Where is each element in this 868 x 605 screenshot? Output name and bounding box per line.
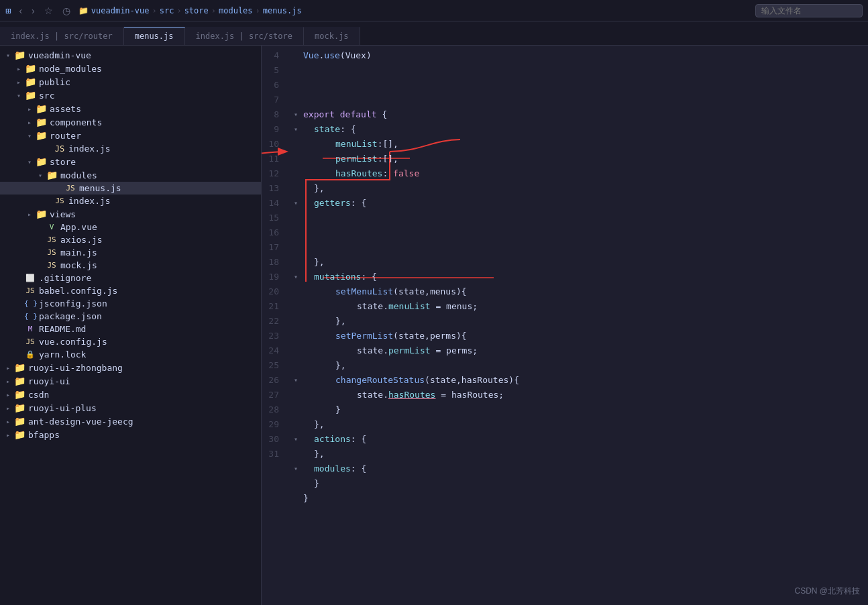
code-line-4: Vue.use(Vuex) [294, 48, 868, 63]
folder-icon: 📁 [13, 389, 25, 400]
sidebar-item-yarn-lock[interactable]: 🔒 yarn.lock [0, 348, 261, 361]
code-line-29: } [294, 476, 868, 491]
tab-router-index[interactable]: index.js | src/router [0, 27, 124, 45]
code-line-7: ▾ state: { [294, 122, 868, 137]
code-area: 45678 910111213 1415161718 1920212223 24… [262, 46, 868, 605]
code-line-13 [294, 211, 868, 255]
sidebar-item-csdn[interactable]: ▸ 📁 csdn [0, 388, 261, 401]
folder-icon: 📁 [24, 63, 36, 74]
sidebar-item-bfapps[interactable]: ▸ 📁 bfapps [0, 428, 261, 441]
sidebar-item-menus-js[interactable]: JS menus.js [0, 182, 261, 195]
tab-store-index[interactable]: index.js | src/store [185, 27, 305, 45]
file-js-icon: JS [64, 184, 76, 192]
folder-icon: 📁 [24, 76, 36, 87]
nav-forward[interactable]: › [29, 4, 38, 17]
folder-icon: 📁 [13, 429, 25, 440]
folder-icon: 📁 [35, 117, 47, 127]
sidebar-item-axios[interactable]: JS axios.js [0, 233, 261, 246]
folder-arrow-open: ▾ [24, 158, 35, 166]
sidebar-item-assets[interactable]: ▸ 📁 assets [0, 102, 261, 115]
folder-icon: 📁 [24, 90, 36, 101]
sidebar-item-store-index[interactable]: JS index.js [0, 195, 261, 207]
folder-arrow-closed: ▸ [24, 119, 35, 126]
file-lock-icon: 🔒 [24, 350, 36, 359]
sidebar-item-ruoyi-ui-plus[interactable]: ▸ 📁 ruoyi-ui-plus [0, 401, 261, 415]
sidebar-item-vueadmin-vue[interactable]: ▾ 📁 vueadmin-vue [0, 48, 261, 62]
tab-menus-js[interactable]: menus.js [124, 27, 185, 45]
file-js-icon: JS [46, 261, 58, 270]
code-line-31 [294, 506, 868, 550]
file-json-icon: { } [24, 299, 36, 308]
sidebar-item-router-index[interactable]: JS index.js [0, 142, 261, 155]
sidebar-item-public[interactable]: ▸ 📁 public [0, 75, 261, 89]
code-line-18: }, [294, 314, 868, 329]
sidebar-item-vue-config[interactable]: JS vue.config.js [0, 335, 261, 348]
folder-arrow-open: ▾ [35, 172, 46, 179]
file-js-icon: JS [24, 337, 36, 346]
folder-icon: 📁 [35, 103, 47, 114]
code-line-27: }, [294, 447, 868, 461]
sidebar-item-ant-design[interactable]: ▸ 📁 ant-design-vue-jeecg [0, 415, 261, 428]
folder-icon: 📁 [13, 402, 25, 413]
sidebar-item-ruoyi-ui-zhongbang[interactable]: ▸ 📁 ruoyi-ui-zhongbang [0, 361, 261, 374]
code-editor[interactable]: 45678 910111213 1415161718 1920212223 24… [262, 46, 868, 605]
sidebar-item-src[interactable]: ▾ 📁 src [0, 89, 261, 102]
code-line-11: }, [294, 181, 868, 196]
sidebar-item-babel-config[interactable]: JS babel.config.js [0, 284, 261, 297]
sidebar-item-main-js[interactable]: JS main.js [0, 246, 261, 259]
code-line-5 [294, 63, 868, 107]
nav-back[interactable]: ‹ [16, 4, 25, 17]
sidebar-item-modules[interactable]: ▾ 📁 modules [0, 168, 261, 182]
code-line-8: menuList:[], [294, 137, 868, 152]
code-line-10: hasRoutes: false [294, 166, 868, 181]
sidebar-item-store[interactable]: ▾ 📁 store [0, 155, 261, 168]
file-js-icon: JS [54, 144, 66, 154]
sidebar-item-jsconfig[interactable]: { } jsconfig.json [0, 297, 261, 310]
sidebar-item-package-json[interactable]: { } package.json [0, 310, 261, 323]
folder-icon: 📁 [46, 170, 58, 180]
sidebar-item-views[interactable]: ▸ 📁 views [0, 207, 261, 221]
titlebar: ⊞ ‹ › ☆ ◷ 📁 vueadmin-vue › src › store ›… [0, 0, 868, 21]
code-line-12: ▾ getters: { [294, 196, 868, 211]
code-line-6: ▾ export default { [294, 107, 868, 122]
sidebar-item-node-modules[interactable]: ▸ 📁 node_modules [0, 62, 261, 75]
watermark: CSDN @北芳科技 [794, 586, 860, 597]
sidebar-item-mock-js[interactable]: JS mock.js [0, 259, 261, 272]
sidebar-item-gitignore[interactable]: ⬜ .gitignore [0, 272, 261, 284]
code-line-14: }, [294, 255, 868, 270]
code-content: Vue.use(Vuex) ▾ export default { ▾ state… [286, 46, 868, 592]
file-explorer: ▾ 📁 vueadmin-vue ▸ 📁 node_modules ▸ 📁 pu… [0, 46, 262, 605]
sidebar-item-app-vue[interactable]: V App.vue [0, 221, 261, 233]
folder-arrow-closed: ▸ [13, 78, 24, 86]
file-js-icon: JS [54, 197, 66, 205]
file-js-icon: JS [24, 286, 36, 295]
file-ignore-icon: ⬜ [24, 274, 36, 282]
folder-arrow-closed: ▸ [24, 105, 35, 113]
folder-arrow-open: ▾ [24, 132, 35, 140]
code-line-24: } [294, 402, 868, 417]
folder-icon: 📁 [35, 209, 47, 219]
breadcrumb-folder-icon: 📁 [78, 6, 89, 15]
folder-icon: 📁 [13, 50, 25, 60]
main-layout: ▾ 📁 vueadmin-vue ▸ 📁 node_modules ▸ 📁 pu… [0, 46, 868, 605]
folder-icon: 📁 [13, 416, 25, 427]
file-search-input[interactable] [755, 4, 863, 17]
sidebar-label: vueadmin-vue [28, 50, 91, 60]
nav-recent[interactable]: ◷ [60, 4, 73, 17]
sidebar-item-readme[interactable]: M README.md [0, 323, 261, 335]
code-line-21: }, [294, 358, 868, 373]
code-line-23: state.hasRoutes = hasRoutes; [294, 388, 868, 402]
nav-buttons: ‹ › ☆ ◷ [16, 4, 72, 17]
file-js-icon: JS [46, 248, 58, 257]
tab-mock-js[interactable]: mock.js [304, 27, 360, 45]
folder-icon: 📁 [13, 376, 25, 386]
folder-icon: 📁 [35, 130, 47, 141]
sidebar-item-router[interactable]: ▾ 📁 router [0, 129, 261, 142]
app-icon: ⊞ [5, 5, 11, 16]
code-line-30: } [294, 491, 868, 506]
code-line-15: ▾ mutations: { [294, 270, 868, 284]
nav-star[interactable]: ☆ [42, 4, 56, 17]
sidebar-item-ruoyi-ui[interactable]: ▸ 📁 ruoyi-ui [0, 374, 261, 388]
sidebar-item-components[interactable]: ▸ 📁 components [0, 115, 261, 129]
folder-icon: 📁 [13, 362, 25, 373]
